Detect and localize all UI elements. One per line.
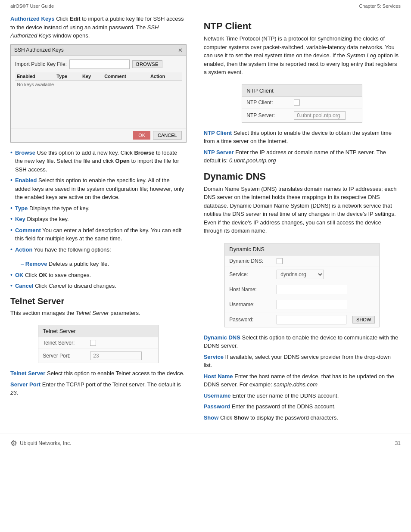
left-column: Authorized Keys Click Edit to import a p… bbox=[10, 10, 195, 424]
bullet-list: • Browse Use this option to add a new ke… bbox=[10, 149, 187, 254]
dialog-title: SSH Authorized Keys bbox=[14, 47, 64, 53]
import-label: Import Public Key File: bbox=[15, 61, 67, 67]
username-desc-label: Username bbox=[204, 392, 231, 399]
ntp-heading: NTP Client bbox=[204, 21, 401, 32]
ntp-server-desc: NTP Server Enter the IP address or domai… bbox=[204, 148, 401, 165]
ddns-desc-service: Service If available, select your DDNS s… bbox=[204, 353, 401, 370]
import-file-input[interactable] bbox=[69, 59, 130, 69]
ntp-server-label: NTP Server: bbox=[246, 112, 290, 118]
ntp-client-label: NTP Client: bbox=[246, 100, 290, 106]
username-row: Username: bbox=[225, 297, 379, 312]
ddns-desc-hostname: Host Name Enter the host name of the dev… bbox=[204, 372, 401, 389]
bullet-dot-2: • bbox=[10, 176, 12, 185]
telnet-server-checkbox[interactable] bbox=[90, 340, 96, 346]
ntp-client-checkbox[interactable] bbox=[294, 100, 300, 106]
authorized-keys-label: Authorized Keys bbox=[10, 16, 55, 22]
footer-logo: ⚙︎ Ubiquiti Networks, Inc. bbox=[10, 439, 71, 448]
col-type: Type bbox=[55, 72, 81, 81]
ok-button[interactable]: OK bbox=[133, 131, 150, 140]
key-label: Key bbox=[15, 216, 25, 222]
ddns-heading: Dynamic DNS bbox=[204, 171, 401, 182]
show-password-button[interactable]: SHOW bbox=[352, 316, 375, 324]
server-port-italic: 23 bbox=[10, 389, 16, 396]
telnet-intro: This section manages the Telnet Server p… bbox=[10, 309, 187, 317]
sub-bullet-remove: Remove Deletes a public key file. bbox=[21, 260, 187, 268]
username-input[interactable] bbox=[277, 300, 347, 309]
page-number: 31 bbox=[395, 440, 401, 446]
list-item-type: • Type Displays the type of key. bbox=[10, 204, 187, 213]
page-footer: ⚙︎ Ubiquiti Networks, Inc. 31 bbox=[0, 433, 411, 453]
list-item-cancel: • Cancel Click Cancel to discard changes… bbox=[10, 282, 187, 290]
ok-label: OK bbox=[15, 272, 24, 278]
service-select[interactable]: dyndns.org bbox=[277, 270, 324, 279]
telnet-desc2: Server Port Enter the TCP/IP port of the… bbox=[10, 380, 187, 397]
ssh-keys-table: Enabled Type Key Comment Action No keys … bbox=[15, 72, 182, 88]
ntp-default-italic: 0.ubnt.pool.ntp.org bbox=[229, 157, 276, 164]
ntp-client-desc-label: NTP Client bbox=[204, 130, 232, 136]
ntp-box-wrapper: NTP Client NTP Client: NTP Server: 0.ubn… bbox=[204, 80, 401, 129]
dynamic-dns-box: Dynamic DNS Dynamic DNS: Service: dyndns… bbox=[224, 243, 380, 327]
browse-button[interactable]: BROWSE bbox=[132, 60, 162, 68]
dynamic-dns-checkbox[interactable] bbox=[277, 258, 283, 264]
ddns-box-title: Dynamic DNS bbox=[225, 243, 379, 255]
dialog-empty-space bbox=[15, 90, 182, 124]
list-item-action: • Action You have the following options: bbox=[10, 246, 187, 254]
host-name-input[interactable] bbox=[277, 285, 347, 294]
header-left: airOS®7 User Guide bbox=[10, 3, 54, 9]
dialog-titlebar: SSH Authorized Keys ✕ bbox=[11, 45, 186, 56]
dynamic-dns-row: Dynamic DNS: bbox=[225, 255, 379, 267]
ddns-box-wrapper: Dynamic DNS Dynamic DNS: Service: dyndns… bbox=[204, 239, 401, 333]
system-log-italic: System Log bbox=[346, 52, 376, 59]
telnet-desc1: Telnet Server Select this option to enab… bbox=[10, 369, 187, 378]
password-input[interactable] bbox=[277, 315, 346, 324]
ntp-server-desc-label: NTP Server bbox=[204, 149, 234, 156]
col-action: Action bbox=[149, 72, 182, 81]
telnet-server-box: Telnet Server Telnet Server: Server Port… bbox=[38, 325, 159, 363]
ubnt-logo-icon: ⚙︎ bbox=[10, 439, 17, 448]
browse-label: Browse bbox=[15, 149, 35, 156]
cancel-label: Cancel bbox=[15, 283, 34, 289]
col-key: Key bbox=[81, 72, 103, 81]
ddns-desc-dynamic-dns: Dynamic DNS Select this option to enable… bbox=[204, 333, 401, 350]
telnet-heading: Telnet Server bbox=[10, 296, 187, 306]
sample-ddns-italic: sample.ddns.com bbox=[274, 381, 318, 388]
ntp-server-value: 0.ubnt.pool.ntp.org bbox=[294, 111, 346, 120]
bullet-dot-4: • bbox=[10, 215, 12, 224]
header-right: Chapter 5: Services bbox=[359, 3, 401, 9]
ddns-desc-username: Username Enter the user name of the DDNS… bbox=[204, 392, 401, 400]
ntp-server-row: NTP Server: 0.ubnt.pool.ntp.org bbox=[242, 109, 362, 122]
list-item-ok: • OK Click OK to save changes. bbox=[10, 271, 187, 280]
service-row: Service: dyndns.org bbox=[225, 267, 379, 282]
server-port-label: Server Port: bbox=[43, 353, 86, 359]
server-port-row: Server Port: 23 bbox=[38, 349, 158, 363]
import-row: Import Public Key File: BROWSE bbox=[15, 59, 182, 69]
telnet-server-label: Telnet Server: bbox=[43, 340, 86, 346]
show-desc-label: Show bbox=[204, 414, 219, 421]
username-label: Username: bbox=[229, 302, 272, 308]
service-desc-label: Service bbox=[204, 354, 224, 360]
bullet-dot: • bbox=[10, 149, 12, 157]
ntp-intro-text: Network Time Protocol (NTP) is a protoco… bbox=[204, 34, 401, 77]
dynamic-dns-desc-label: Dynamic DNS bbox=[204, 334, 240, 341]
ntp-client-box: NTP Client NTP Client: NTP Server: 0.ubn… bbox=[242, 84, 362, 123]
edit-label: Edit bbox=[70, 16, 81, 22]
enabled-label: Enabled bbox=[15, 177, 37, 184]
list-item-key: • Key Displays the key. bbox=[10, 215, 187, 224]
telnet-server-desc-label: Telnet Server bbox=[10, 370, 45, 376]
cancel-button[interactable]: CANCEL bbox=[153, 131, 182, 140]
footer-company: Ubiquiti Networks, Inc. bbox=[20, 440, 71, 446]
col-enabled: Enabled bbox=[15, 72, 55, 81]
dialog-footer: OK CANCEL bbox=[11, 128, 186, 142]
telnet-box-wrapper: Telnet Server Telnet Server: Server Port… bbox=[10, 320, 187, 369]
action-label: Action bbox=[15, 246, 32, 253]
password-label: Password: bbox=[229, 317, 272, 323]
telnet-box-title: Telnet Server bbox=[38, 325, 158, 337]
authorized-keys-intro: Authorized Keys Click Edit to import a p… bbox=[10, 15, 187, 40]
host-name-desc-label: Host Name bbox=[204, 373, 233, 380]
ntp-client-desc: NTP Client Select this option to enable … bbox=[204, 129, 401, 146]
host-name-label: Host Name: bbox=[229, 286, 272, 292]
ddns-desc-show: Show Click Show to display the password … bbox=[204, 414, 401, 422]
close-icon[interactable]: ✕ bbox=[178, 47, 183, 53]
page-body: Authorized Keys Click Edit to import a p… bbox=[0, 10, 411, 424]
telnet-italic: Telnet Server bbox=[76, 310, 109, 316]
